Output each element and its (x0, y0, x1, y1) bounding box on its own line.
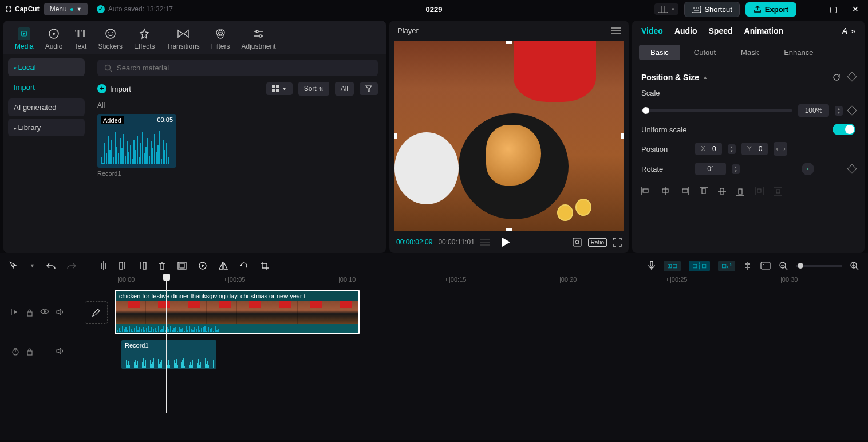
inspector-more-icon[interactable]: » (851, 26, 855, 35)
scale-slider[interactable] (641, 109, 792, 112)
subtab-mask[interactable]: Mask (729, 45, 770, 60)
scale-stepper[interactable]: ▲▼ (835, 106, 843, 116)
rotate-keyframe-icon[interactable] (847, 164, 857, 174)
rotate-value[interactable]: 0° (695, 163, 726, 175)
align-center-h-icon[interactable] (661, 187, 670, 196)
inspector-tab-audio[interactable]: Audio (674, 26, 697, 35)
inspector-tab-speed[interactable]: Speed (709, 26, 733, 35)
rotate-dial[interactable]: • (802, 163, 814, 175)
track-visible-icon[interactable] (40, 309, 49, 317)
tab-media[interactable]: Media (15, 27, 34, 50)
inspector-tab-adjust[interactable]: A (842, 26, 847, 35)
shortcut-button[interactable]: Shortcut (684, 2, 739, 17)
zoom-out-icon[interactable] (779, 261, 788, 270)
tab-text[interactable]: TI Text (74, 27, 86, 50)
zoom-slider[interactable] (796, 265, 842, 267)
layout-button[interactable]: ▼ (654, 3, 678, 15)
filter-button[interactable] (360, 82, 378, 95)
player-menu-icon[interactable] (611, 27, 621, 34)
track-mute-icon[interactable] (56, 348, 64, 356)
track-mute-icon[interactable] (56, 309, 64, 317)
tab-effects[interactable]: Effects (134, 27, 155, 50)
track-timer-icon[interactable] (11, 348, 19, 356)
delete-tool[interactable] (158, 261, 166, 270)
track-lock-icon[interactable] (26, 348, 33, 356)
list-icon[interactable] (480, 238, 490, 246)
filter-all-button[interactable]: All (335, 82, 354, 96)
sort-button[interactable]: Sort ⇅ (298, 82, 329, 96)
timeline-video-clip[interactable]: chicken for festive dinner thanksgiving … (115, 290, 360, 334)
zoom-in-icon[interactable] (850, 261, 859, 270)
track-edit-icon[interactable] (85, 301, 108, 324)
inspector-tab-video[interactable]: Video (641, 26, 663, 35)
play-button[interactable] (502, 238, 510, 247)
magnet-icon[interactable]: ⊞┆⊟ (689, 261, 710, 271)
magnet-main-icon[interactable]: ⊞⊟ (664, 261, 681, 271)
minimize-button[interactable]: — (802, 2, 819, 16)
align-dist-h-icon[interactable] (755, 187, 764, 196)
redo-button[interactable] (67, 262, 76, 270)
tab-stickers[interactable]: Stickers (98, 27, 123, 50)
snap-icon[interactable] (743, 261, 752, 270)
track-cover-icon[interactable] (11, 309, 19, 317)
position-x-stepper[interactable]: ▲▼ (728, 144, 736, 154)
uniform-scale-toggle[interactable] (833, 124, 855, 135)
split-tool[interactable] (100, 261, 108, 270)
sidebar-item-import[interactable]: Import (8, 78, 85, 96)
mic-icon[interactable] (648, 261, 656, 271)
split-left-tool[interactable] (119, 261, 127, 270)
align-bottom-icon[interactable] (736, 187, 744, 196)
mirror-tool[interactable] (219, 262, 228, 270)
link-track-icon[interactable]: ⊞⇄ (718, 261, 735, 271)
align-top-icon[interactable] (700, 187, 708, 196)
subtab-basic[interactable]: Basic (639, 45, 680, 60)
close-button[interactable]: ✕ (847, 2, 863, 16)
rotate-stepper[interactable]: ▲▼ (732, 164, 740, 174)
select-tool[interactable] (9, 261, 18, 270)
preview-icon[interactable] (760, 262, 771, 270)
tab-adjustment[interactable]: Adjustment (241, 27, 275, 50)
timeline-audio-clip[interactable]: Record1 (121, 340, 216, 369)
position-y-input[interactable]: Y 0 (741, 143, 768, 155)
position-x-input[interactable]: X 0 (695, 143, 722, 155)
subtab-enhance[interactable]: Enhance (772, 45, 824, 60)
tab-filters[interactable]: Filters (211, 27, 230, 50)
view-mode-button[interactable]: ▼ (266, 82, 293, 95)
reset-icon[interactable] (833, 73, 841, 81)
tab-audio[interactable]: Audio (45, 27, 63, 50)
fullscreen-icon[interactable] (613, 238, 622, 247)
menu-button[interactable]: Menu ▼ (44, 3, 88, 15)
crop-ratio-tool[interactable] (177, 262, 187, 270)
export-button[interactable]: Export (745, 2, 796, 17)
timeline-ruler[interactable]: |00:00 |00:05 |00:10 |00:15 |00:20 |00:2… (112, 276, 868, 287)
subtab-cutout[interactable]: Cutout (682, 45, 727, 60)
align-dist-v-icon[interactable] (774, 187, 782, 196)
sidebar-item-library[interactable]: ▸ Library (8, 119, 85, 136)
sidebar-item-local[interactable]: ▾ Local (8, 58, 85, 76)
search-input[interactable] (97, 60, 378, 76)
sidebar-item-ai[interactable]: AI generated (8, 98, 85, 116)
player-viewport[interactable] (394, 41, 624, 231)
tab-transitions[interactable]: Transitions (167, 27, 200, 50)
import-button[interactable]: + Import (97, 84, 131, 93)
select-dropdown[interactable]: ▼ (30, 263, 35, 269)
split-right-tool[interactable] (139, 261, 147, 270)
position-link-icon[interactable]: ⟷ (774, 142, 787, 156)
keyframe-icon[interactable] (847, 72, 857, 82)
align-right-icon[interactable] (680, 187, 689, 196)
inspector-tab-animation[interactable]: Animation (744, 26, 783, 35)
compare-icon[interactable] (572, 237, 582, 247)
crop-tool[interactable] (260, 261, 269, 270)
align-center-v-icon[interactable] (718, 187, 726, 196)
scale-value[interactable]: 100% (798, 104, 829, 117)
scale-keyframe-icon[interactable] (847, 106, 857, 116)
track-lock-icon[interactable] (26, 309, 33, 317)
maximize-button[interactable]: ▢ (825, 2, 842, 16)
undo-button[interactable] (46, 262, 56, 270)
playhead[interactable] (166, 277, 167, 413)
rotate-tool[interactable] (239, 261, 248, 270)
ratio-button[interactable]: Ratio (588, 238, 607, 247)
reverse-tool[interactable] (198, 261, 207, 270)
align-left-icon[interactable] (641, 187, 650, 196)
media-thumbnail[interactable]: Added 00:05 (97, 114, 176, 168)
